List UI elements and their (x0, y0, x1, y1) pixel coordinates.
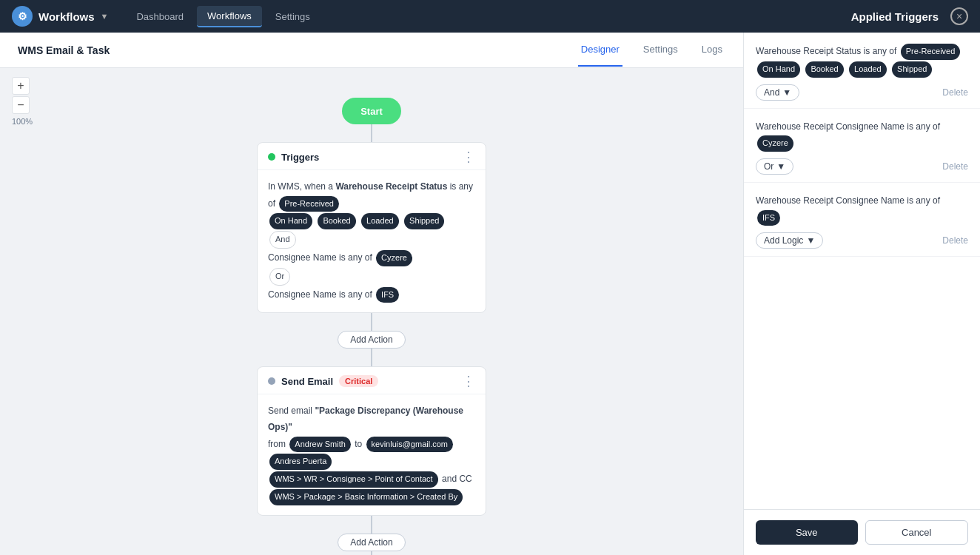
app-logo[interactable]: ⚙ Workflows ▼ (12, 6, 108, 27)
tag-loaded: Loaded (361, 213, 399, 229)
triggers-card-header: Triggers ⋮ (258, 143, 486, 170)
delete-trigger-2-button[interactable]: Delete (942, 161, 968, 172)
status-dot-gray-1 (268, 377, 275, 385)
tag-pre-received: Pre-Received (279, 196, 339, 212)
cc-tag-1: WMS > WR > Consignee > Point of Contact (269, 471, 438, 488)
tab-designer[interactable]: Designer (578, 33, 622, 67)
add-action-button-1[interactable]: Add Action (338, 331, 405, 349)
connector-2 (371, 313, 372, 331)
send-email-card-body: Send email "Package Discrepancy (Warehou… (258, 394, 486, 514)
left-panel: WMS Email & Task Designer Settings Logs … (0, 33, 743, 555)
t1-tag-3: Booked (805, 61, 843, 78)
trigger-row-2: Warehouse Receipt Consignee Name is any … (744, 109, 980, 183)
workflow-canvas: + − 100% Start Triggers ⋮ (0, 68, 743, 555)
tag-booked: Booked (318, 213, 355, 229)
dropdown-icon: ▼ (101, 12, 109, 21)
right-panel: Warehouse Receipt Status is any of Pre-R… (743, 33, 980, 555)
applied-triggers-title: Applied Triggers (851, 10, 939, 23)
t1-tag-2: On Hand (757, 61, 800, 78)
cancel-button[interactable]: Cancel (865, 520, 969, 545)
trigger-row-3: Warehouse Receipt Consignee Name is any … (744, 183, 980, 257)
status-dot-green (268, 153, 275, 161)
connector-5 (371, 551, 372, 555)
trigger-row-1: Warehouse Receipt Status is any of Pre-R… (744, 33, 980, 109)
triggers-card[interactable]: Triggers ⋮ In WMS, when a Warehouse Rece… (257, 142, 486, 313)
header-right: Applied Triggers × (851, 7, 968, 25)
tab-bar: Designer Settings Logs (578, 33, 725, 67)
logic-select-or[interactable]: Or ▼ (756, 158, 793, 175)
tag-on-hand: On Hand (269, 213, 312, 229)
t1-tag-1: Pre-Received (901, 44, 961, 60)
to-tag-1: kevinluis@gmail.com (366, 437, 453, 453)
tag-or: Or (269, 268, 290, 286)
tag-ifs: IFS (376, 287, 399, 303)
flow-container: Start Triggers ⋮ In WMS, when a Warehous… (15, 83, 728, 555)
from-tag: Andrew Smith (289, 437, 350, 453)
triggers-card-body: In WMS, when a Warehouse Receipt Status … (258, 170, 486, 312)
delete-trigger-3-button[interactable]: Delete (942, 235, 968, 246)
right-panel-footer: Save Cancel (744, 509, 980, 555)
trigger-text-3: Warehouse Receipt Consignee Name is any … (756, 193, 968, 226)
send-email-card-header: Send Email Critical ⋮ (258, 367, 486, 394)
delete-trigger-1-button[interactable]: Delete (942, 87, 968, 98)
t1-tag-5: Shipped (892, 61, 932, 78)
main-layout: WMS Email & Task Designer Settings Logs … (0, 33, 980, 555)
to-tag-2: Andres Puerta (269, 454, 332, 470)
connector-1 (371, 124, 372, 142)
nav-settings[interactable]: Settings (265, 7, 320, 27)
nav-dashboard[interactable]: Dashboard (126, 7, 194, 27)
send-email-card[interactable]: Send Email Critical ⋮ Send email "Packag… (257, 366, 486, 515)
logic-select-and[interactable]: And ▼ (756, 84, 799, 101)
app-name: Workflows (38, 10, 95, 23)
zoom-out-button[interactable]: − (12, 96, 30, 114)
trigger-actions-2: Or ▼ Delete (756, 158, 968, 175)
save-button[interactable]: Save (756, 520, 858, 545)
sub-header: WMS Email & Task Designer Settings Logs (0, 33, 743, 68)
nav-workflows[interactable]: Workflows (197, 6, 262, 27)
tag-and: And (269, 231, 296, 249)
trigger-text-2: Warehouse Receipt Consignee Name is any … (756, 119, 968, 152)
trigger-actions-3: Add Logic ▼ Delete (756, 232, 968, 249)
workflow-title: WMS Email & Task (18, 44, 110, 56)
connector-4 (371, 516, 372, 534)
t1-tag-4: Loaded (849, 61, 887, 78)
logic-select-add[interactable]: Add Logic ▼ (756, 232, 823, 249)
main-nav: Dashboard Workflows Settings (126, 6, 320, 27)
t2-tag-1: Cyzere (757, 135, 793, 152)
critical-badge: Critical (339, 375, 378, 387)
tab-settings[interactable]: Settings (640, 33, 681, 67)
close-button[interactable]: × (950, 7, 968, 25)
zoom-controls: + − 100% (12, 77, 33, 126)
trigger-text-1: Warehouse Receipt Status is any of Pre-R… (756, 43, 968, 78)
start-node: Start (342, 98, 401, 124)
triggers-more-button[interactable]: ⋮ (462, 150, 475, 164)
logo-icon: ⚙ (12, 6, 33, 27)
t3-tag-1: IFS (757, 210, 780, 226)
send-email-title: Send Email Critical (268, 375, 378, 387)
triggers-card-title: Triggers (268, 152, 319, 163)
zoom-in-button[interactable]: + (12, 77, 30, 95)
zoom-level: 100% (12, 117, 33, 126)
tab-logs[interactable]: Logs (699, 33, 725, 67)
send-email-more-button[interactable]: ⋮ (462, 374, 475, 388)
tag-cyzere: Cyzere (376, 250, 412, 266)
app-header: ⚙ Workflows ▼ Dashboard Workflows Settin… (0, 0, 980, 33)
connector-3 (371, 349, 372, 366)
cc-tag-2: WMS > Package > Basic Information > Crea… (269, 489, 463, 505)
add-action-button-2[interactable]: Add Action (338, 534, 405, 551)
trigger-actions-1: And ▼ Delete (756, 84, 968, 101)
tag-shipped: Shipped (404, 213, 444, 229)
